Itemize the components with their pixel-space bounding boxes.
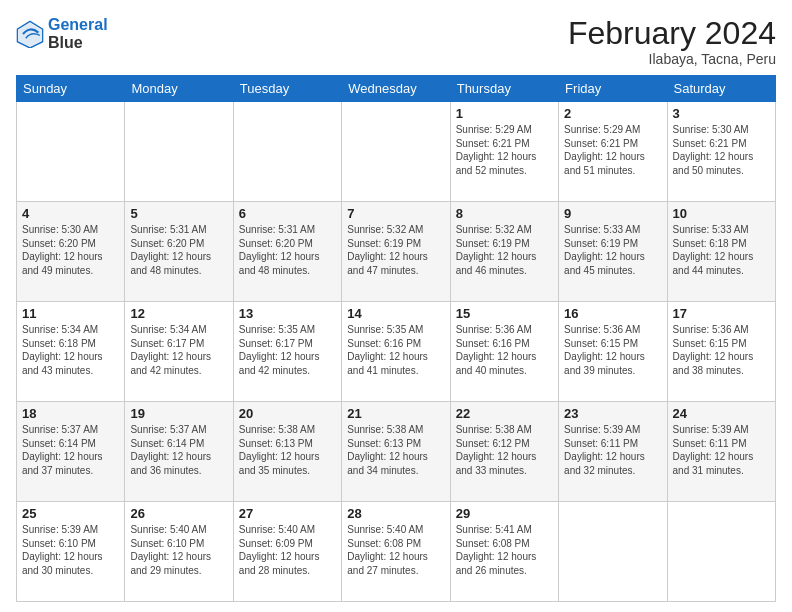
day-cell: 8Sunrise: 5:32 AM Sunset: 6:19 PM Daylig… bbox=[450, 202, 558, 302]
week-row: 18Sunrise: 5:37 AM Sunset: 6:14 PM Dayli… bbox=[17, 402, 776, 502]
day-number: 20 bbox=[239, 406, 336, 421]
day-cell: 24Sunrise: 5:39 AM Sunset: 6:11 PM Dayli… bbox=[667, 402, 775, 502]
day-number: 23 bbox=[564, 406, 661, 421]
day-cell: 7Sunrise: 5:32 AM Sunset: 6:19 PM Daylig… bbox=[342, 202, 450, 302]
day-number: 29 bbox=[456, 506, 553, 521]
day-info: Sunrise: 5:36 AM Sunset: 6:15 PM Dayligh… bbox=[673, 323, 770, 377]
logo: General Blue bbox=[16, 16, 108, 51]
day-cell: 13Sunrise: 5:35 AM Sunset: 6:17 PM Dayli… bbox=[233, 302, 341, 402]
day-info: Sunrise: 5:38 AM Sunset: 6:13 PM Dayligh… bbox=[239, 423, 336, 477]
day-number: 28 bbox=[347, 506, 444, 521]
day-info: Sunrise: 5:31 AM Sunset: 6:20 PM Dayligh… bbox=[130, 223, 227, 277]
day-number: 7 bbox=[347, 206, 444, 221]
week-row: 4Sunrise: 5:30 AM Sunset: 6:20 PM Daylig… bbox=[17, 202, 776, 302]
week-row: 11Sunrise: 5:34 AM Sunset: 6:18 PM Dayli… bbox=[17, 302, 776, 402]
header-cell-friday: Friday bbox=[559, 76, 667, 102]
day-number: 26 bbox=[130, 506, 227, 521]
day-cell: 17Sunrise: 5:36 AM Sunset: 6:15 PM Dayli… bbox=[667, 302, 775, 402]
day-info: Sunrise: 5:34 AM Sunset: 6:17 PM Dayligh… bbox=[130, 323, 227, 377]
day-info: Sunrise: 5:37 AM Sunset: 6:14 PM Dayligh… bbox=[22, 423, 119, 477]
header-cell-thursday: Thursday bbox=[450, 76, 558, 102]
day-cell: 10Sunrise: 5:33 AM Sunset: 6:18 PM Dayli… bbox=[667, 202, 775, 302]
day-cell bbox=[17, 102, 125, 202]
day-cell: 18Sunrise: 5:37 AM Sunset: 6:14 PM Dayli… bbox=[17, 402, 125, 502]
day-info: Sunrise: 5:40 AM Sunset: 6:10 PM Dayligh… bbox=[130, 523, 227, 577]
day-number: 11 bbox=[22, 306, 119, 321]
day-cell: 11Sunrise: 5:34 AM Sunset: 6:18 PM Dayli… bbox=[17, 302, 125, 402]
day-info: Sunrise: 5:33 AM Sunset: 6:19 PM Dayligh… bbox=[564, 223, 661, 277]
day-info: Sunrise: 5:39 AM Sunset: 6:10 PM Dayligh… bbox=[22, 523, 119, 577]
day-info: Sunrise: 5:35 AM Sunset: 6:17 PM Dayligh… bbox=[239, 323, 336, 377]
day-number: 2 bbox=[564, 106, 661, 121]
day-cell: 27Sunrise: 5:40 AM Sunset: 6:09 PM Dayli… bbox=[233, 502, 341, 602]
day-cell bbox=[342, 102, 450, 202]
day-number: 24 bbox=[673, 406, 770, 421]
day-cell bbox=[667, 502, 775, 602]
day-info: Sunrise: 5:37 AM Sunset: 6:14 PM Dayligh… bbox=[130, 423, 227, 477]
day-number: 5 bbox=[130, 206, 227, 221]
day-number: 19 bbox=[130, 406, 227, 421]
day-number: 25 bbox=[22, 506, 119, 521]
day-cell: 14Sunrise: 5:35 AM Sunset: 6:16 PM Dayli… bbox=[342, 302, 450, 402]
week-row: 25Sunrise: 5:39 AM Sunset: 6:10 PM Dayli… bbox=[17, 502, 776, 602]
day-info: Sunrise: 5:39 AM Sunset: 6:11 PM Dayligh… bbox=[673, 423, 770, 477]
day-info: Sunrise: 5:36 AM Sunset: 6:15 PM Dayligh… bbox=[564, 323, 661, 377]
day-cell bbox=[125, 102, 233, 202]
day-cell: 2Sunrise: 5:29 AM Sunset: 6:21 PM Daylig… bbox=[559, 102, 667, 202]
page-subtitle: Ilabaya, Tacna, Peru bbox=[568, 51, 776, 67]
day-cell: 9Sunrise: 5:33 AM Sunset: 6:19 PM Daylig… bbox=[559, 202, 667, 302]
day-number: 27 bbox=[239, 506, 336, 521]
day-number: 12 bbox=[130, 306, 227, 321]
calendar-header: SundayMondayTuesdayWednesdayThursdayFrid… bbox=[17, 76, 776, 102]
day-cell: 6Sunrise: 5:31 AM Sunset: 6:20 PM Daylig… bbox=[233, 202, 341, 302]
header-cell-saturday: Saturday bbox=[667, 76, 775, 102]
day-cell: 16Sunrise: 5:36 AM Sunset: 6:15 PM Dayli… bbox=[559, 302, 667, 402]
page-title: February 2024 bbox=[568, 16, 776, 51]
day-info: Sunrise: 5:36 AM Sunset: 6:16 PM Dayligh… bbox=[456, 323, 553, 377]
page: General Blue February 2024 Ilabaya, Tacn… bbox=[0, 0, 792, 612]
day-info: Sunrise: 5:34 AM Sunset: 6:18 PM Dayligh… bbox=[22, 323, 119, 377]
day-number: 8 bbox=[456, 206, 553, 221]
day-cell: 4Sunrise: 5:30 AM Sunset: 6:20 PM Daylig… bbox=[17, 202, 125, 302]
day-number: 3 bbox=[673, 106, 770, 121]
day-cell: 1Sunrise: 5:29 AM Sunset: 6:21 PM Daylig… bbox=[450, 102, 558, 202]
day-info: Sunrise: 5:30 AM Sunset: 6:20 PM Dayligh… bbox=[22, 223, 119, 277]
day-number: 10 bbox=[673, 206, 770, 221]
day-cell: 25Sunrise: 5:39 AM Sunset: 6:10 PM Dayli… bbox=[17, 502, 125, 602]
header-cell-monday: Monday bbox=[125, 76, 233, 102]
day-info: Sunrise: 5:32 AM Sunset: 6:19 PM Dayligh… bbox=[456, 223, 553, 277]
day-number: 6 bbox=[239, 206, 336, 221]
day-info: Sunrise: 5:29 AM Sunset: 6:21 PM Dayligh… bbox=[564, 123, 661, 177]
day-number: 17 bbox=[673, 306, 770, 321]
title-block: February 2024 Ilabaya, Tacna, Peru bbox=[568, 16, 776, 67]
day-number: 15 bbox=[456, 306, 553, 321]
day-cell: 22Sunrise: 5:38 AM Sunset: 6:12 PM Dayli… bbox=[450, 402, 558, 502]
day-cell bbox=[559, 502, 667, 602]
logo-icon bbox=[16, 20, 44, 48]
day-cell: 19Sunrise: 5:37 AM Sunset: 6:14 PM Dayli… bbox=[125, 402, 233, 502]
day-cell: 21Sunrise: 5:38 AM Sunset: 6:13 PM Dayli… bbox=[342, 402, 450, 502]
day-info: Sunrise: 5:40 AM Sunset: 6:09 PM Dayligh… bbox=[239, 523, 336, 577]
day-info: Sunrise: 5:29 AM Sunset: 6:21 PM Dayligh… bbox=[456, 123, 553, 177]
day-cell: 15Sunrise: 5:36 AM Sunset: 6:16 PM Dayli… bbox=[450, 302, 558, 402]
day-info: Sunrise: 5:41 AM Sunset: 6:08 PM Dayligh… bbox=[456, 523, 553, 577]
day-number: 22 bbox=[456, 406, 553, 421]
day-number: 13 bbox=[239, 306, 336, 321]
header-row: SundayMondayTuesdayWednesdayThursdayFrid… bbox=[17, 76, 776, 102]
day-number: 21 bbox=[347, 406, 444, 421]
day-cell: 23Sunrise: 5:39 AM Sunset: 6:11 PM Dayli… bbox=[559, 402, 667, 502]
day-cell: 26Sunrise: 5:40 AM Sunset: 6:10 PM Dayli… bbox=[125, 502, 233, 602]
day-cell: 5Sunrise: 5:31 AM Sunset: 6:20 PM Daylig… bbox=[125, 202, 233, 302]
day-number: 9 bbox=[564, 206, 661, 221]
day-number: 14 bbox=[347, 306, 444, 321]
header-cell-sunday: Sunday bbox=[17, 76, 125, 102]
logo-text: General Blue bbox=[48, 16, 108, 51]
day-info: Sunrise: 5:40 AM Sunset: 6:08 PM Dayligh… bbox=[347, 523, 444, 577]
week-row: 1Sunrise: 5:29 AM Sunset: 6:21 PM Daylig… bbox=[17, 102, 776, 202]
header-cell-wednesday: Wednesday bbox=[342, 76, 450, 102]
calendar-body: 1Sunrise: 5:29 AM Sunset: 6:21 PM Daylig… bbox=[17, 102, 776, 602]
day-info: Sunrise: 5:33 AM Sunset: 6:18 PM Dayligh… bbox=[673, 223, 770, 277]
day-number: 1 bbox=[456, 106, 553, 121]
day-cell: 28Sunrise: 5:40 AM Sunset: 6:08 PM Dayli… bbox=[342, 502, 450, 602]
day-number: 16 bbox=[564, 306, 661, 321]
